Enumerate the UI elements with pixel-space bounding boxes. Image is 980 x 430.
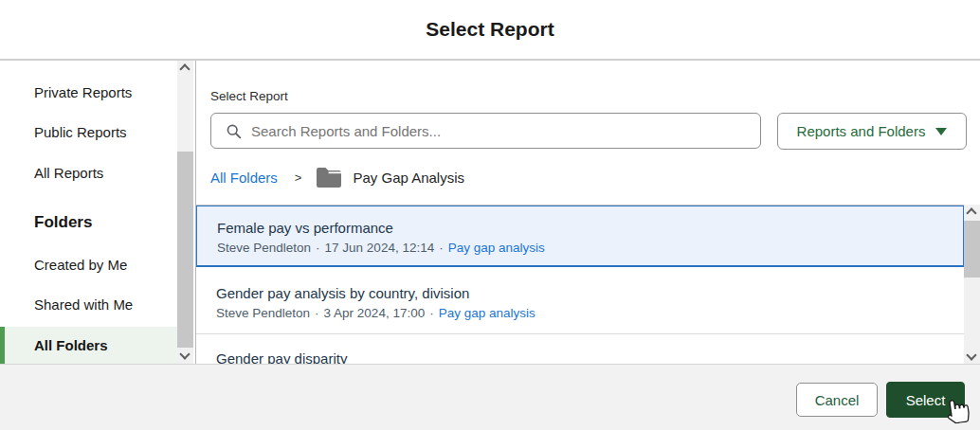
scrollbar-thumb[interactable] [964,221,980,278]
sidebar-item-shared-with-me[interactable]: Shared with Me [34,296,133,313]
cancel-button[interactable]: Cancel [796,383,878,417]
report-owner: Steve Pendleton [216,306,310,320]
report-title: Gender pay disparity [216,349,964,364]
section-label: Select Report [210,89,288,103]
filter-dropdown[interactable]: Reports and Folders [777,113,967,150]
chevron-down-icon [179,349,190,359]
scroll-up-button[interactable] [964,205,980,220]
report-meta: Steve Pendleton·3 Apr 2024, 17:00·Pay ga… [216,306,964,320]
meta-separator: · [315,306,319,320]
scrollbar-thumb[interactable] [177,152,193,348]
breadcrumb-separator: > [295,170,302,185]
report-date: 3 Apr 2024, 17:00 [324,306,426,320]
report-tag-link[interactable]: Pay gap analysis [439,306,535,320]
meta-separator: · [316,241,320,255]
dialog-title: Select Report [0,18,980,41]
folder-icon [317,168,341,188]
breadcrumb-root-link[interactable]: All Folders [210,170,278,186]
sidebar-item-all-folders[interactable]: All Folders [0,327,177,364]
report-title: Female pay vs performance [217,219,963,238]
sidebar-item-private-reports[interactable]: Private Reports [34,84,132,100]
chevron-up-icon [966,207,976,218]
sidebar: Private Reports Public Reports All Repor… [0,61,193,364]
report-tag-link[interactable]: Pay gap analysis [448,241,545,255]
scroll-up-button[interactable] [177,61,193,76]
report-title: Gender pay analysis by country, division [216,284,964,303]
select-report-dialog: Select Report Private Reports Public Rep… [0,0,980,430]
dialog-footer: Cancel Select [0,364,980,430]
sidebar-scrollbar[interactable] [177,61,193,364]
chevron-up-icon [179,63,190,74]
report-date: 17 Jun 2024, 12:14 [325,241,435,255]
report-row[interactable]: Gender pay analysis by country, division… [196,267,964,334]
report-list: Female pay vs performance Steve Pendleto… [196,205,964,364]
breadcrumb: All Folders > Pay Gap Analysis [210,166,464,188]
list-scrollbar[interactable] [964,205,980,365]
report-row-selected[interactable]: Female pay vs performance Steve Pendleto… [196,206,964,267]
sidebar-item-created-by-me[interactable]: Created by Me [34,257,127,273]
meta-separator: · [439,241,444,255]
sidebar-item-label: All Folders [34,327,108,364]
sidebar-item-public-reports[interactable]: Public Reports [34,124,127,140]
scroll-down-button[interactable] [177,349,193,364]
select-button[interactable]: Select [886,382,965,418]
search-input[interactable] [251,123,744,139]
scroll-down-button[interactable] [964,349,980,365]
search-icon [226,123,242,139]
chevron-down-icon [966,349,976,360]
search-box[interactable] [210,113,761,149]
selected-indicator-bar [0,327,5,364]
breadcrumb-current-folder: Pay Gap Analysis [353,170,464,186]
report-owner: Steve Pendleton [217,241,311,255]
report-row[interactable]: Gender pay disparity [196,334,964,364]
meta-separator: · [429,306,434,320]
filter-dropdown-label: Reports and Folders [797,123,926,139]
dialog-header: Select Report [0,0,980,61]
report-meta: Steve Pendleton·17 Jun 2024, 12:14·Pay g… [217,241,963,255]
sidebar-item-all-reports[interactable]: All Reports [34,165,103,181]
triangle-down-icon [935,128,947,135]
sidebar-heading-folders: Folders [34,213,92,232]
